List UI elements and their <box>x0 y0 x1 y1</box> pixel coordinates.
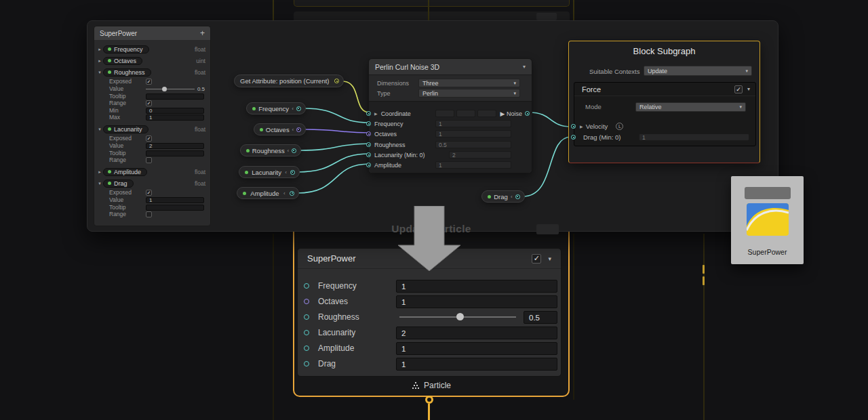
tooltip-input[interactable] <box>146 93 204 100</box>
amplitude-port[interactable] <box>304 345 309 351</box>
octaves-input[interactable]: 1 <box>396 295 557 308</box>
value-slider[interactable] <box>146 89 195 89</box>
lacunarity-port[interactable] <box>366 152 371 157</box>
context-output-port[interactable] <box>425 396 433 404</box>
velocity-port[interactable] <box>571 124 576 129</box>
mode-dropdown[interactable]: Relative ▾ <box>635 102 746 112</box>
tooltip-input[interactable] <box>146 150 204 156</box>
octaves-port[interactable] <box>366 131 371 136</box>
lacunarity-param-node[interactable]: Lacunarity ‹ <box>239 166 300 178</box>
output-port[interactable] <box>296 106 301 111</box>
range-checkbox[interactable] <box>146 157 152 163</box>
property-pill[interactable]: Drag <box>103 180 134 188</box>
amplitude-input[interactable]: 1 <box>396 342 557 355</box>
amplitude-field[interactable]: 1 <box>435 161 511 169</box>
frequency-port[interactable] <box>366 121 371 126</box>
min-input[interactable]: 0 <box>146 108 204 114</box>
frequency-field[interactable]: 1 <box>435 120 511 127</box>
range-checkbox[interactable]: ✓ <box>146 100 152 106</box>
blackboard-row-roughness[interactable]: ▾ Roughness float <box>94 67 210 77</box>
lacunarity-port[interactable] <box>304 330 309 335</box>
blackboard-row-lacunarity[interactable]: ▾ Lacunarity float <box>94 124 210 134</box>
block-header[interactable]: Force ✓ ▾ <box>574 83 755 96</box>
roughness-param-node[interactable]: Roughness ‹ <box>240 144 301 156</box>
collapse-icon[interactable]: ‹ <box>292 127 294 133</box>
frequency-param-node[interactable]: Frequency ‹ <box>246 102 306 114</box>
suitable-contexts-dropdown[interactable]: Update ▾ <box>644 66 752 76</box>
blackboard-header[interactable]: SuperPower + <box>94 26 210 40</box>
octaves-param-node[interactable]: Octaves ‹ <box>254 123 306 135</box>
octaves-field[interactable]: 1 <box>435 130 511 138</box>
value-input[interactable]: 1 <box>146 197 204 203</box>
property-pill[interactable]: Roughness <box>103 68 151 77</box>
chevron-down-icon[interactable]: ▾ <box>548 255 551 262</box>
collapse-caret-icon[interactable]: ▾ <box>96 181 103 186</box>
output-port[interactable] <box>290 170 295 175</box>
value-input[interactable]: 2 <box>146 143 204 149</box>
blackboard-row-amplitude[interactable]: ▸ Amplitude float <box>94 167 210 177</box>
property-pill[interactable]: Frequency <box>103 45 149 54</box>
blackboard-row-octaves[interactable]: ▸ Octaves uint <box>94 56 210 66</box>
blackboard-row-drag[interactable]: ▾ Drag float <box>94 178 210 188</box>
drag-port[interactable] <box>571 135 576 140</box>
roughness-port[interactable] <box>366 142 371 147</box>
output-port[interactable] <box>515 194 520 199</box>
lacunarity-field[interactable]: 2 <box>449 151 511 159</box>
amplitude-param-node[interactable]: Amplitude ‹ <box>237 187 299 199</box>
output-port[interactable] <box>296 127 301 132</box>
block-enabled-checkbox[interactable]: ✓ <box>734 85 743 93</box>
collapse-icon[interactable]: ‹ <box>288 148 290 154</box>
collapse-caret-icon[interactable]: ▾ <box>96 127 103 132</box>
collapse-icon[interactable]: ‹ <box>292 106 294 112</box>
chevron-down-icon[interactable]: ▾ <box>523 64 526 70</box>
exposed-checkbox[interactable]: ✓ <box>146 135 152 142</box>
expander-icon[interactable]: ▶ <box>580 124 583 129</box>
perlin-curl-noise-node[interactable]: Perlin Curl Noise 3D ▾ Dimensions Three▾… <box>368 58 532 173</box>
drag-port[interactable] <box>304 361 309 366</box>
roughness-slider[interactable] <box>399 316 516 318</box>
block-enabled-checkbox[interactable]: ✓ <box>532 254 541 264</box>
drag-param-node[interactable]: Drag ‹ <box>481 190 525 203</box>
context-collapse-button[interactable] <box>536 224 559 234</box>
expand-caret-icon[interactable]: ▸ <box>96 47 103 52</box>
drag-input[interactable]: 1 <box>396 358 557 371</box>
dimensions-dropdown[interactable]: Three▾ <box>418 79 520 87</box>
coordinate-z-field[interactable] <box>477 110 496 117</box>
octaves-port[interactable] <box>304 299 309 304</box>
output-port[interactable] <box>290 191 294 196</box>
blackboard-row-frequency[interactable]: ▸ Frequency float <box>94 44 210 54</box>
expand-caret-icon[interactable]: ▸ <box>96 58 103 64</box>
exposed-checkbox[interactable]: ✓ <box>146 79 152 85</box>
frequency-input[interactable]: 1 <box>396 280 557 293</box>
add-property-button[interactable]: + <box>200 28 205 38</box>
coordinate-port[interactable] <box>366 111 371 116</box>
tooltip-input[interactable] <box>146 205 204 211</box>
node-header[interactable]: Perlin Curl Noise 3D ▾ <box>369 59 532 75</box>
expander-icon[interactable]: ▶ <box>374 111 378 116</box>
roughness-port[interactable] <box>304 314 309 320</box>
collapse-icon[interactable]: ‹ <box>283 190 285 196</box>
coordinate-x-field[interactable] <box>435 110 454 117</box>
noise-output-port[interactable] <box>525 111 530 116</box>
collapse-icon[interactable]: ‹ <box>285 169 287 175</box>
range-checkbox[interactable] <box>146 211 152 217</box>
superpower-asset-card[interactable]: SuperPower <box>731 176 804 264</box>
max-input[interactable]: 1 <box>146 114 204 121</box>
slider-handle[interactable] <box>456 313 464 320</box>
get-attribute-node[interactable]: Get Attribute: position (Current) <box>234 75 344 87</box>
chevron-down-icon[interactable]: ▾ <box>747 86 750 92</box>
expand-caret-icon[interactable]: ▸ <box>96 169 103 175</box>
amplitude-port[interactable] <box>366 163 371 167</box>
force-block[interactable]: Force ✓ ▾ Mode Relative ▾ ▶ Velocity L D… <box>574 82 756 146</box>
property-pill[interactable]: Octaves <box>103 57 142 65</box>
roughness-field[interactable]: 0.5 <box>435 141 511 148</box>
lacunarity-input[interactable]: 2 <box>396 327 557 339</box>
position-output-port[interactable] <box>334 79 339 83</box>
property-pill[interactable]: Lacunarity <box>103 125 149 133</box>
roughness-input[interactable]: 0.5 <box>524 311 557 324</box>
frequency-port[interactable] <box>304 283 309 289</box>
collapse-icon[interactable]: ‹ <box>511 194 513 200</box>
drag-field[interactable]: 1 <box>639 133 749 141</box>
type-dropdown[interactable]: Perlin▾ <box>418 89 520 98</box>
output-port[interactable] <box>292 148 296 153</box>
